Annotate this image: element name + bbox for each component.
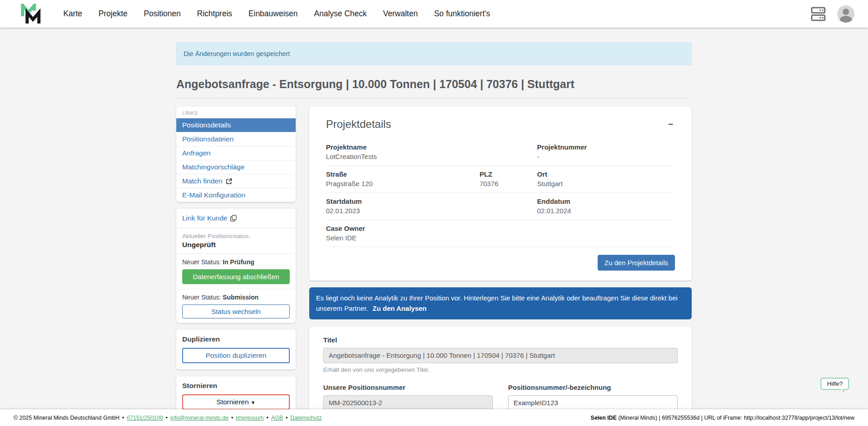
footer-phone-link[interactable]: 07151/250100	[127, 415, 163, 421]
caret-down-icon: ▼	[250, 400, 255, 405]
project-details-card: Projektdetails – Projektname LotCreation…	[309, 107, 692, 281]
field-plz: PLZ 70376	[480, 170, 537, 187]
collapse-icon[interactable]: –	[666, 118, 675, 129]
footer-user-name: Selen IDE	[591, 415, 617, 421]
sidebar-item-matchingvorschlaege[interactable]: Matchingvorschläge	[176, 160, 296, 174]
footer-datenschutz-link[interactable]: Datenschutz	[290, 415, 321, 421]
main-nav: Karte Projekte Positionen Richtpreis Ein…	[63, 9, 490, 19]
new-status-value: Submission	[223, 294, 259, 301]
cancel-dropdown-button[interactable]: Stornieren▼	[182, 394, 290, 410]
footer-session-info: Selen IDE (Mineral Minds) | 69576255536d…	[591, 415, 854, 421]
titel-label: Titel	[323, 336, 678, 344]
sidebar-item-positionsdetails[interactable]: Positionsdetails	[176, 118, 296, 132]
custom-position-number-input[interactable]	[508, 395, 678, 411]
footer: © 2025 Mineral Minds Deutschland GmbH • …	[0, 409, 868, 426]
field-label: Projektnummer	[537, 143, 675, 151]
sidebar-item-match-finden[interactable]: Match finden	[176, 174, 296, 188]
duplicate-position-button[interactable]: Position duplizieren	[182, 348, 290, 363]
customer-link-label: Link für Kunde	[182, 214, 227, 222]
footer-separator: •	[165, 415, 167, 421]
field-label: Projektname	[326, 143, 537, 151]
change-status-button[interactable]: Status wechseln	[182, 304, 290, 318]
field-value: Stuttgart	[537, 180, 675, 187]
avatar-body-icon	[840, 16, 852, 23]
sidebar-item-positionsdateien[interactable]: Positionsdateien	[176, 132, 296, 146]
field-projektname: Projektname LotCreationTests	[326, 143, 537, 160]
header-actions	[811, 5, 854, 23]
page-title: Angebotsanfrage - Entsorgung | 10.000 To…	[176, 78, 692, 98]
new-status-row-1: Neuer Status: In Prüfung Datenerfassung …	[176, 253, 296, 289]
footer-impressum-link[interactable]: Impressum	[236, 415, 264, 421]
nav-item-projekte[interactable]: Projekte	[99, 9, 127, 19]
field-value: -	[537, 153, 675, 160]
cancel-button-label: Stornieren	[217, 398, 249, 406]
server-icon[interactable]	[811, 6, 826, 22]
nav-item-analyse-check[interactable]: Analyse Check	[314, 9, 367, 19]
current-status-value: Ungeprüft	[182, 241, 290, 249]
cancel-card-title: Stornieren	[182, 382, 290, 390]
footer-separator: •	[122, 415, 124, 421]
complete-data-entry-button[interactable]: Datenerfassung abschließen	[182, 269, 290, 284]
field-case-owner: Case Owner Selen IDE	[326, 225, 675, 242]
field-label: Startdatum	[326, 197, 537, 205]
user-avatar[interactable]	[837, 5, 854, 23]
new-status-prefix: Neuer Status:	[182, 258, 223, 266]
analytics-banner: Es liegt noch keine Analytik zu Ihrer Po…	[309, 287, 692, 319]
nav-item-einbauweisen[interactable]: Einbauweisen	[249, 9, 298, 19]
sidebar-item-label: Matchingvorschläge	[182, 163, 245, 171]
sidebar-item-email-konfiguration[interactable]: E-Mail Konfiguration	[176, 188, 296, 202]
page-content: Die Änderungen wurden gespeichert Angebo…	[176, 42, 692, 426]
project-field-row: Case Owner Selen IDE	[326, 220, 675, 247]
nav-item-verwalten[interactable]: Verwalten	[383, 9, 418, 19]
field-value: Selen IDE	[326, 234, 675, 242]
custom-position-number-label: Positionsnummer/-bezeichnung	[508, 384, 678, 391]
project-field-row: Startdatum 02.01.2023 Enddatum 02.01.202…	[326, 193, 675, 220]
customer-link-row: Link für Kunde	[176, 209, 296, 228]
mineral-minds-logo[interactable]	[20, 4, 45, 24]
field-label: Enddatum	[537, 197, 675, 205]
field-startdatum: Startdatum 02.01.2023	[326, 197, 537, 215]
avatar-head-icon	[843, 9, 849, 15]
nav-item-so-funktionierts[interactable]: So funktioniert's	[434, 9, 490, 19]
nav-item-positionen[interactable]: Positionen	[144, 9, 181, 19]
footer-email-link[interactable]: info@mineral-minds.de	[170, 415, 229, 421]
duplicate-card: Duplizieren Position duplizieren	[176, 330, 296, 370]
links-card: LINKS Positionsdetails Positionsdateien …	[176, 107, 296, 202]
field-value: 02.01.2024	[537, 207, 675, 215]
new-status-value: In Prüfung	[223, 258, 255, 266]
sidebar-item-label: Positionsdetails	[182, 121, 231, 129]
field-enddatum: Enddatum 02.01.2024	[537, 197, 675, 215]
sidebar-item-anfragen[interactable]: Anfragen	[176, 146, 296, 160]
help-button[interactable]: Hilfe?	[821, 378, 849, 390]
external-link-icon	[226, 178, 232, 185]
footer-left: © 2025 Mineral Minds Deutschland GmbH • …	[14, 415, 322, 421]
field-value: 70376	[480, 180, 537, 187]
new-status-row-2: Neuer Status: Submission Status wechseln	[176, 289, 296, 323]
analytics-banner-text: Es liegt noch keine Analytik zu Ihrer Po…	[316, 294, 678, 312]
go-to-project-details-button[interactable]: Zu den Projektdetails	[598, 255, 675, 271]
sidebar-item-label: Positionsdateien	[182, 135, 234, 143]
titel-helper: Erhält den von uns vorgegebenen Titel.	[323, 366, 678, 373]
nav-item-richtpreis[interactable]: Richtpreis	[197, 9, 232, 19]
field-ort: Ort Stuttgart	[537, 170, 675, 187]
footer-agb-link[interactable]: AGB	[271, 415, 283, 421]
customer-link[interactable]: Link für Kunde	[182, 213, 290, 223]
project-field-row: Projektname LotCreationTests Projektnumm…	[326, 139, 675, 166]
top-navbar: Karte Projekte Positionen Richtpreis Ein…	[0, 0, 868, 28]
sidebar-item-label: Anfragen	[182, 149, 211, 157]
new-status-line-2: Neuer Status: Submission	[182, 294, 290, 301]
go-to-analyses-link[interactable]: Zu den Analysen	[373, 304, 426, 312]
nav-item-karte[interactable]: Karte	[63, 9, 82, 19]
footer-session-details: (Mineral Minds) | 69576255536d | URL of …	[617, 415, 854, 421]
field-value: 02.01.2023	[326, 207, 537, 215]
saved-alert-text: Die Änderungen wurden gespeichert	[184, 50, 290, 57]
field-value: Pragstraße 120	[326, 180, 480, 187]
field-label: Case Owner	[326, 225, 675, 232]
field-label: Straße	[326, 170, 480, 178]
field-label: PLZ	[480, 170, 537, 178]
sidebar-item-label: Match finden	[182, 177, 222, 185]
copy-icon	[230, 215, 237, 222]
current-status-label: Aktueller Positionsstatus:	[182, 233, 290, 239]
our-position-number-input	[323, 395, 493, 411]
project-field-row: Straße Pragstraße 120 PLZ 70376 Ort Stut…	[326, 166, 675, 193]
